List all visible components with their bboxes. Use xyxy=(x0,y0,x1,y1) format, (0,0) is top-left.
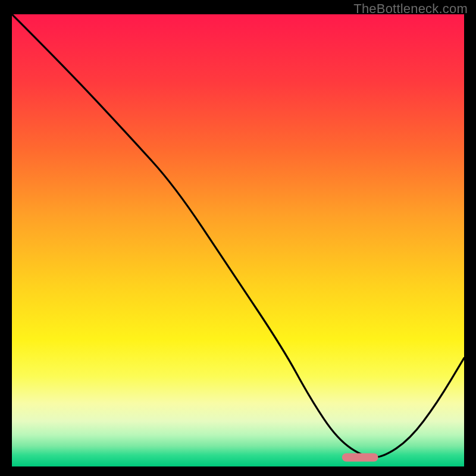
optimum-marker xyxy=(342,453,378,462)
chart-panel xyxy=(12,14,464,466)
chart-svg xyxy=(12,14,464,466)
watermark-text: TheBottleneck.com xyxy=(353,1,468,17)
